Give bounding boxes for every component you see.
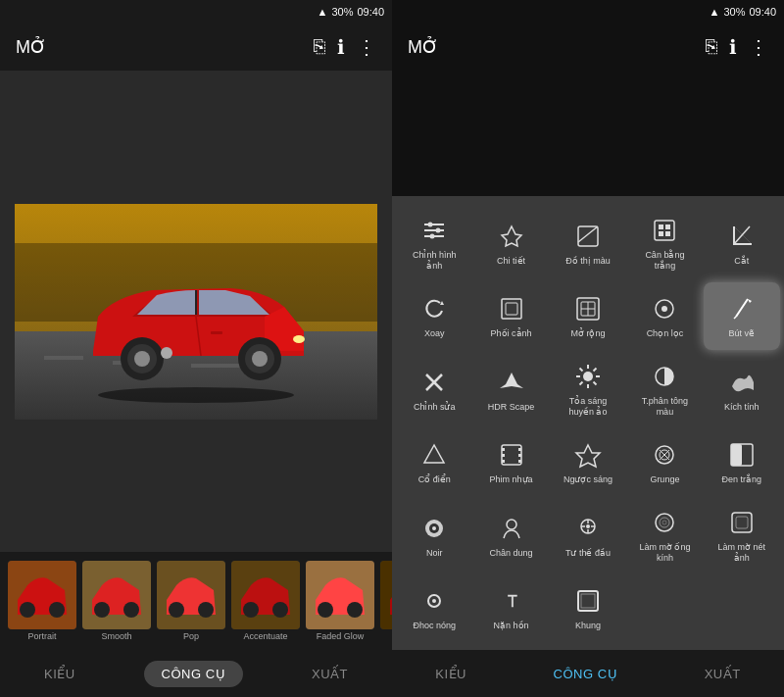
thumb-smooth[interactable]: Smooth [82, 561, 151, 641]
tool-item-ngược-sáng[interactable]: Ngược sáng [550, 428, 626, 496]
tool-label-16: Phim nhựa [490, 474, 533, 485]
left-image-area [0, 71, 392, 552]
right-bottom-nav: KIỂU CÔNG CỤ XUẤT [392, 650, 784, 697]
tool-label-20: Noir [426, 548, 443, 559]
tool-item-làm-mờ-nét-ảnh[interactable]: Làm mờ nét ảnh [704, 496, 780, 574]
left-battery-text: 30% [331, 6, 353, 18]
tool-item-cân-bằng-trắng[interactable]: Cân bằng trắng [626, 204, 703, 282]
thumb-pop-label: Pop [183, 631, 199, 641]
svg-line-73 [593, 382, 596, 385]
svg-rect-47 [665, 224, 670, 229]
svg-rect-105 [736, 517, 748, 528]
svg-marker-66 [500, 373, 523, 388]
svg-rect-79 [502, 448, 505, 451]
tool-item-đen-trắng[interactable]: Đen trắng [704, 428, 780, 496]
tool-item-grunge[interactable]: Grunge [626, 428, 703, 496]
tool-icon-26: TT [496, 585, 527, 617]
tool-label-17: Ngược sáng [564, 474, 612, 485]
svg-rect-49 [665, 231, 670, 236]
left-menu-icon[interactable]: ⋮ [357, 35, 376, 59]
left-share-icon[interactable]: ⎘ [314, 35, 325, 59]
tool-item-chỉnh-hình-ảnh[interactable]: Chỉnh hình ảnh [396, 204, 472, 282]
left-time: 09:40 [357, 6, 384, 18]
thumb-accentuate[interactable]: Accentuate [231, 561, 300, 641]
svg-point-14 [293, 335, 305, 343]
svg-point-23 [123, 602, 139, 618]
tool-label-10: Chỉnh sửa [414, 402, 456, 413]
tool-icon-5 [418, 293, 450, 324]
tool-label-14: Kích tính [724, 402, 760, 413]
tool-label-26: Nặn hồn [494, 621, 529, 631]
tool-icon-1 [496, 221, 527, 252]
right-nav-kieu[interactable]: KIỂU [416, 659, 486, 689]
right-time: 09:40 [749, 6, 776, 18]
tool-item-nặn-hồn[interactable]: TTNặn hồn [472, 574, 549, 642]
tool-label-25: Đhoc nóng [413, 621, 456, 631]
tool-icon-7 [572, 293, 604, 324]
tool-label-1: Chi tiết [497, 256, 525, 267]
tool-label-6: Phối cảnh [491, 328, 532, 339]
thumbnails-row: Portrait Smooth [0, 552, 392, 650]
tool-item-noir[interactable]: Noir [396, 496, 472, 574]
tool-label-15: Cổ điển [418, 474, 451, 485]
thumb-pop[interactable]: Pop [157, 561, 225, 641]
svg-point-102 [660, 518, 669, 527]
svg-text:T: T [508, 593, 517, 610]
thumb-faded-glow[interactable]: Faded Glow [306, 561, 374, 641]
tool-item-phối-cảnh[interactable]: Phối cảnh [472, 282, 549, 350]
left-nav-kieu[interactable]: KIỂU [24, 659, 95, 689]
tool-item-chân-dung[interactable]: Chân dung [472, 496, 549, 574]
right-title: MỞ [408, 36, 438, 58]
right-top-bar: MỞ ⎘ ℹ ⋮ [392, 24, 784, 71]
svg-point-6 [98, 387, 294, 403]
tool-label-22: Tư thế đầu [565, 548, 611, 559]
left-nav-cong-cu[interactable]: CÔNG CỤ [144, 661, 244, 687]
tool-item-t.phân-tông-màu[interactable]: T.phân tông màu [626, 350, 703, 428]
tool-item-cổ-điển[interactable]: Cổ điển [396, 428, 472, 496]
tool-item-làm-mờ-ống-kính[interactable]: Làm mờ ống kính [626, 496, 703, 574]
svg-point-17 [161, 347, 172, 359]
tool-item-bút-vẽ[interactable]: Bút vẽ [704, 282, 780, 350]
right-nav-cong-cu[interactable]: CÔNG CỤ [534, 659, 638, 689]
tool-icon-9 [726, 293, 758, 324]
svg-point-20 [49, 602, 65, 618]
svg-point-31 [318, 602, 333, 618]
tool-item-chọn-lọc[interactable]: Chọn lọc [626, 282, 703, 350]
tool-item-hdr-scape[interactable]: HDR Scape [472, 350, 549, 428]
tool-icon-6 [496, 293, 527, 324]
svg-point-10 [134, 351, 150, 367]
right-share-icon[interactable]: ⎘ [706, 35, 717, 59]
tool-item-xoay[interactable]: Xoay [396, 282, 472, 350]
tool-item-cắt[interactable]: Cắt [704, 204, 780, 282]
tool-icon-14 [726, 367, 758, 398]
tool-item-phim-nhựa[interactable]: Phim nhựa [472, 428, 549, 496]
tool-item-khung[interactable]: Khung [550, 574, 626, 642]
svg-rect-104 [732, 513, 752, 532]
right-menu-icon[interactable]: ⋮ [749, 35, 768, 59]
thumb-mo[interactable]: Mo [380, 561, 392, 641]
tool-label-5: Xoay [424, 328, 445, 339]
thumb-faded-glow-label: Faded Glow [317, 631, 365, 641]
right-info-icon[interactable]: ℹ [729, 35, 737, 59]
svg-rect-53 [502, 299, 521, 319]
tool-item-tỏa-sáng-huyền-ảo[interactable]: Tỏa sáng huyền ảo [550, 350, 626, 428]
tool-icon-8 [649, 293, 680, 324]
svg-rect-3 [44, 356, 83, 360]
thumb-portrait[interactable]: Portrait [8, 561, 76, 641]
tool-item-kích-tính[interactable]: Kích tính [704, 350, 780, 428]
left-info-icon[interactable]: ℹ [337, 35, 345, 59]
tools-grid: Chỉnh hình ảnhChi tiếtĐồ thị màuCân bằng… [392, 196, 784, 650]
tool-item-đhoc-nóng[interactable]: Đhoc nóng [396, 574, 472, 642]
tool-item-chi-tiết[interactable]: Chi tiết [472, 204, 549, 282]
tool-item-mở-rộng[interactable]: Mở rộng [550, 282, 626, 350]
tool-label-3: Cân bằng trắng [636, 250, 693, 272]
svg-rect-16 [211, 331, 222, 334]
tool-item-tư-thế-đầu[interactable]: Tư thế đầu [550, 496, 626, 574]
tool-item-đồ-thị-màu[interactable]: Đồ thị màu [550, 204, 626, 282]
tool-label-4: Cắt [734, 256, 749, 267]
left-nav-xuat[interactable]: XUẤT [292, 659, 368, 689]
right-nav-xuat[interactable]: XUẤT [685, 659, 760, 689]
svg-point-32 [347, 602, 363, 618]
svg-rect-90 [731, 444, 742, 466]
tool-item-chỉnh-sửa[interactable]: Chỉnh sửa [396, 350, 472, 428]
